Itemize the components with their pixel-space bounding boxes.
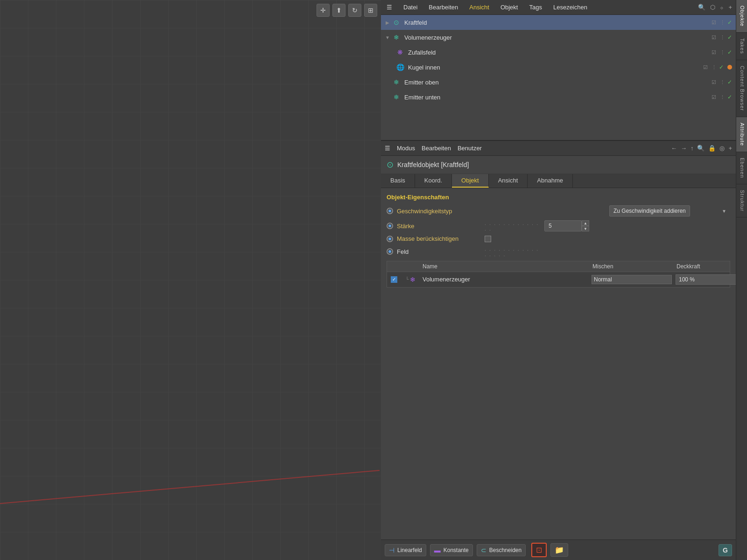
header-col-icon	[401, 261, 420, 272]
ctrl-green1[interactable]: ✓	[727, 19, 732, 26]
attr-menu-modus[interactable]: Modus	[397, 145, 415, 152]
menu-lesezeichen[interactable]: Lesezeichen	[551, 2, 589, 13]
opacity-input-0[interactable]	[676, 274, 736, 285]
btn-konstante[interactable]: ▬ Konstante	[430, 544, 473, 556]
add-icon[interactable]: +	[728, 4, 732, 11]
forward-icon[interactable]: →	[681, 145, 687, 152]
viewport[interactable]: ✛ ⬆ ↻ ⊞	[0, 0, 381, 560]
circle-icon[interactable]: ◎	[719, 145, 725, 152]
spinner-up-staerke[interactable]: ▲	[582, 220, 589, 226]
emitter-oben-icon: ❄	[392, 78, 401, 86]
attr-menu-bar: ☰ Modus Bearbeiten Benutzer ← → ↑ 🔍 🔒 ◎ …	[381, 141, 736, 156]
radio-feld[interactable]	[387, 248, 393, 255]
header-col-opacity: Deckkraft	[674, 261, 730, 272]
field-table-row-0: ✓ └ ❄ Volumenerzeuger Normal Addieren Su…	[387, 272, 730, 287]
select-geschwindigkeit[interactable]: Zu Geschwindigkeit addieren Geschwindigk…	[609, 205, 690, 217]
volumenerzeuger-name: Volumenerzeuger	[404, 34, 709, 41]
field-table-header: Name Mischen Deckkraft	[387, 261, 730, 272]
object-item-kugel-innen[interactable]: 🌐 Kugel innen ☑ ⋮ ✓	[381, 60, 736, 75]
ctrl-check2[interactable]: ☑	[711, 35, 717, 41]
object-item-zufallsfeld[interactable]: ❋ Zufallsfeld ☑ ⋮ ✓	[381, 45, 736, 60]
menu-tags[interactable]: Tags	[527, 2, 543, 13]
link-icon-0: └	[405, 277, 409, 282]
attr-search-icon[interactable]: 🔍	[697, 145, 705, 152]
menu-ansicht[interactable]: Ansicht	[467, 2, 491, 13]
radio-geschwindigkeit[interactable]	[387, 208, 393, 214]
header-col-blend: Mischen	[590, 261, 674, 272]
btn-beschneiden[interactable]: ⊂ Beschneiden	[477, 544, 526, 556]
attr-add-icon[interactable]: +	[728, 145, 732, 152]
object-item-kraftfeld[interactable]: ▶ ⊙ Kraftfeld ☑ ⋮ ✓	[381, 15, 736, 30]
move-icon[interactable]: ✛	[317, 4, 330, 17]
ctrl-dots1[interactable]: ⋮	[719, 20, 726, 26]
object-item-emitter-oben[interactable]: ❄ Emitter oben ☑ ⋮ ✓	[381, 75, 736, 90]
filter-icon[interactable]: ⬦	[720, 4, 724, 11]
attr-menu-benutzer[interactable]: Benutzer	[458, 145, 482, 152]
emitter-oben-name: Emitter oben	[404, 79, 709, 86]
object-list-panel: ▶ ⊙ Kraftfeld ☑ ⋮ ✓ ▼ ❄ Volumenerzeuger …	[381, 15, 736, 141]
ctrl-dots6[interactable]: ⋮	[719, 94, 726, 100]
menu-bearbeiten[interactable]: Bearbeiten	[427, 2, 460, 13]
ctrl-green2[interactable]: ✓	[727, 34, 732, 41]
btn-active-tool[interactable]: ⊡	[531, 543, 547, 557]
refresh-icon[interactable]: ↻	[348, 4, 361, 17]
emitter-unten-controls: ☑ ⋮ ✓	[711, 94, 732, 100]
sidebar-tab-objekte[interactable]: Objekte	[736, 0, 747, 33]
search-icon[interactable]: 🔍	[698, 4, 705, 11]
menu-icon[interactable]: ☰	[385, 2, 394, 13]
object-item-volumenerzeuger[interactable]: ▼ ❄ Volumenerzeuger ☑ ⋮ ✓	[381, 30, 736, 45]
radio-masse[interactable]	[387, 236, 393, 242]
tab-basis[interactable]: Basis	[381, 174, 415, 188]
hierarchy-icon[interactable]: ⬡	[710, 4, 715, 11]
attr-menu-bearbeiten[interactable]: Bearbeiten	[422, 145, 451, 152]
spinner-down-staerke[interactable]: ▼	[582, 226, 589, 231]
up-icon[interactable]: ⬆	[332, 4, 345, 17]
attr-panel: ☰ Modus Bearbeiten Benutzer ← → ↑ 🔍 🔒 ◎ …	[381, 141, 736, 560]
menu-objekt[interactable]: Objekt	[499, 2, 520, 13]
ctrl-dots2[interactable]: ⋮	[719, 35, 726, 41]
linearfeld-icon: ⊣	[389, 546, 395, 554]
back-icon[interactable]: ←	[671, 145, 677, 152]
ctrl-check1[interactable]: ☑	[711, 20, 717, 26]
expand-arrow-vol: ▼	[385, 35, 390, 40]
prop-row-masse: Masse berücksichtigen	[387, 235, 730, 242]
ctrl-check4[interactable]: ☑	[702, 64, 709, 70]
btn-linearfeld[interactable]: ⊣ Linearfeld	[385, 544, 426, 556]
sidebar-tab-content-browser[interactable]: Content Browser	[736, 60, 747, 117]
input-staerke[interactable]	[544, 220, 582, 231]
sidebar-tab-struktur[interactable]: Struktur	[736, 184, 747, 218]
sidebar-tab-ebenen[interactable]: Ebenen	[736, 152, 747, 184]
tab-abnahme[interactable]: Abnahme	[528, 174, 573, 188]
tab-ansicht[interactable]: Ansicht	[489, 174, 528, 188]
zufallsfeld-controls: ☑ ⋮ ✓	[711, 49, 732, 56]
lock-icon[interactable]: 🔒	[708, 145, 716, 152]
menu-datei[interactable]: Datei	[402, 2, 419, 13]
ctrl-check3[interactable]: ☑	[711, 49, 717, 56]
ctrl-check5[interactable]: ☑	[711, 79, 717, 85]
radio-staerke[interactable]	[387, 223, 393, 229]
btn-tool2[interactable]: 📁	[550, 543, 568, 557]
ctrl-dots3[interactable]: ⋮	[719, 49, 726, 56]
ctrl-dots5[interactable]: ⋮	[719, 79, 726, 85]
tab-objekt[interactable]: Objekt	[452, 174, 489, 188]
dots-staerke: . . . . . . . . . . . . . .	[485, 220, 541, 231]
ctrl-dots4[interactable]: ⋮	[711, 64, 717, 70]
btn-g[interactable]: G	[719, 544, 732, 556]
sidebar-tab-attribute[interactable]: Attribute	[736, 117, 747, 152]
volumenerzeuger-controls: ☑ ⋮ ✓	[711, 34, 732, 41]
up-nav-icon[interactable]: ↑	[691, 145, 694, 152]
vol-icon-0: ❄	[410, 276, 416, 283]
object-item-emitter-unten[interactable]: ❄ Emitter unten ☑ ⋮ ✓	[381, 90, 736, 105]
ctrl-green6[interactable]: ✓	[727, 94, 732, 100]
attr-menu-icon[interactable]: ☰	[385, 145, 390, 152]
ctrl-green5[interactable]: ✓	[727, 79, 732, 85]
layout-icon[interactable]: ⊞	[364, 4, 377, 17]
field-checkbox-0[interactable]: ✓	[391, 276, 397, 283]
sidebar-tab-takes[interactable]: Takes	[736, 33, 747, 60]
ctrl-green4[interactable]: ✓	[719, 64, 724, 70]
tab-koord[interactable]: Koord.	[415, 174, 452, 188]
ctrl-green3[interactable]: ✓	[727, 49, 732, 56]
checkbox-masse[interactable]	[485, 236, 491, 242]
ctrl-check6[interactable]: ☑	[711, 94, 717, 100]
blend-select-0[interactable]: Normal Addieren Subtrahieren	[592, 275, 672, 284]
